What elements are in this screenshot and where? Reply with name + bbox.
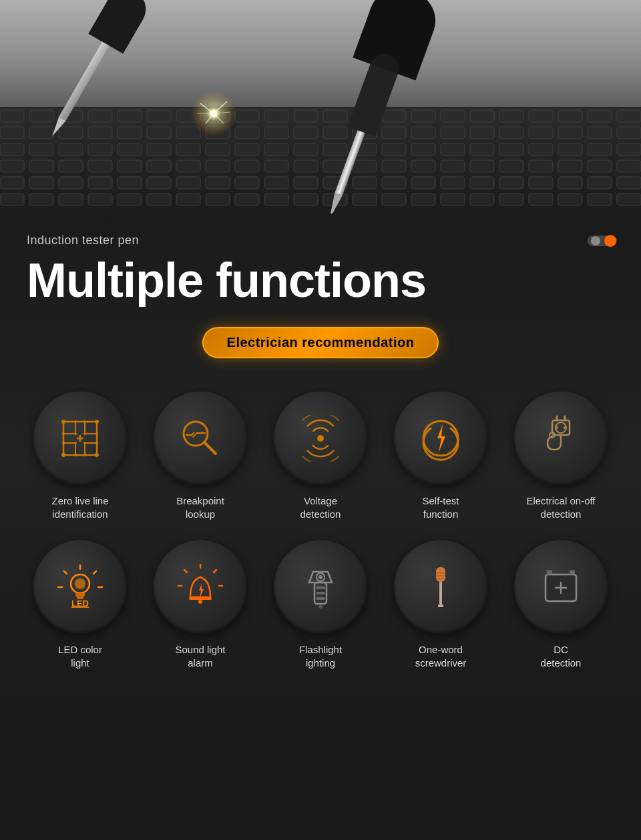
svg-rect-53	[235, 143, 259, 155]
svg-line-179	[204, 442, 216, 454]
svg-rect-74	[206, 160, 230, 172]
svg-rect-223	[438, 604, 443, 607]
svg-rect-131	[588, 193, 612, 205]
svg-rect-75	[235, 160, 259, 172]
flashlight-circle	[274, 540, 367, 634]
svg-rect-42	[558, 127, 582, 139]
svg-rect-87	[588, 160, 612, 172]
svg-rect-60	[441, 143, 465, 155]
svg-point-170	[74, 420, 77, 423]
feature-electrical-onoff: Electrical on-offdetection	[507, 392, 614, 520]
svg-point-193	[564, 426, 566, 429]
svg-rect-81	[411, 160, 435, 172]
svg-rect-52	[206, 143, 230, 155]
svg-rect-120	[264, 193, 288, 205]
svg-rect-31	[235, 127, 259, 139]
svg-rect-130	[558, 193, 582, 205]
zero-live-line-circle	[33, 392, 127, 485]
svg-rect-68	[29, 160, 53, 172]
svg-rect-101	[353, 177, 377, 189]
electrical-onoff-circle	[514, 392, 608, 485]
svg-rect-58	[382, 143, 406, 155]
svg-rect-66	[617, 143, 641, 155]
svg-rect-62	[499, 143, 523, 155]
svg-rect-91	[59, 177, 83, 189]
svg-rect-72	[147, 160, 171, 172]
svg-rect-36	[382, 127, 406, 139]
sound-light-alarm-label: Sound lightalarm	[175, 643, 225, 669]
dc-detection-label: DCdetection	[541, 643, 582, 669]
svg-rect-107	[529, 177, 553, 189]
electrical-onoff-label: Electrical on-offdetection	[526, 494, 595, 520]
voltage-detection-label: Voltagedetection	[300, 494, 341, 520]
svg-rect-76	[264, 160, 288, 172]
svg-rect-27	[118, 127, 142, 139]
svg-rect-25	[59, 127, 83, 139]
svg-rect-129	[529, 193, 553, 205]
svg-rect-126	[441, 193, 465, 205]
svg-rect-111	[0, 193, 24, 205]
main-content: Induction tester pen Multiple functions …	[0, 214, 641, 703]
svg-rect-94	[147, 177, 171, 189]
svg-rect-26	[88, 127, 112, 139]
magnify-break-icon	[177, 415, 224, 462]
svg-rect-12	[323, 110, 347, 122]
svg-rect-236	[547, 571, 552, 574]
feature-self-test: Self-testfunction	[387, 392, 494, 520]
svg-rect-71	[118, 160, 142, 172]
svg-rect-102	[382, 177, 406, 189]
svg-rect-106	[499, 177, 523, 189]
svg-rect-59	[411, 143, 435, 155]
led-color-light-circle: LED	[33, 540, 127, 634]
electrician-badge: Electrician recommendation	[202, 327, 439, 358]
svg-rect-51	[176, 143, 200, 155]
svg-point-151	[190, 90, 237, 137]
svg-rect-64	[558, 143, 582, 155]
svg-rect-40	[499, 127, 523, 139]
svg-rect-85	[529, 160, 553, 172]
self-test-circle	[394, 392, 487, 485]
battery-icon	[538, 564, 584, 610]
svg-rect-14	[382, 110, 406, 122]
svg-rect-82	[441, 160, 465, 172]
led-icon: LED	[57, 564, 103, 610]
toggle-switch[interactable]	[588, 234, 614, 247]
svg-rect-218	[316, 592, 325, 594]
svg-rect-15	[411, 110, 435, 122]
svg-rect-20	[558, 110, 582, 122]
sound-light-alarm-circle	[154, 540, 247, 634]
led-color-light-label: LED colorlight	[58, 643, 102, 669]
svg-rect-77	[294, 160, 318, 172]
feature-flashlight: Flashlightighting	[267, 540, 374, 669]
bolt-circle-icon	[417, 415, 464, 462]
svg-rect-10	[264, 110, 288, 122]
svg-rect-22	[617, 110, 641, 122]
svg-rect-201	[75, 593, 85, 596]
svg-rect-99	[294, 177, 318, 189]
svg-rect-47	[59, 143, 83, 155]
svg-rect-89	[0, 177, 24, 189]
svg-rect-23	[0, 127, 24, 139]
svg-rect-5	[118, 110, 142, 122]
feature-zero-live-line: Zero live lineidentification	[27, 392, 134, 520]
svg-rect-54	[264, 143, 288, 155]
self-test-label: Self-testfunction	[422, 494, 459, 520]
feature-breakpoint-lookup: Breakpointlookup	[147, 392, 254, 520]
svg-rect-4	[88, 110, 112, 122]
svg-rect-73	[176, 160, 200, 172]
svg-rect-219	[316, 597, 325, 600]
svg-rect-104	[441, 177, 465, 189]
svg-rect-83	[470, 160, 494, 172]
svg-rect-108	[558, 177, 582, 189]
svg-rect-46	[29, 143, 53, 155]
breakpoint-lookup-circle	[154, 392, 247, 485]
svg-line-206	[214, 570, 216, 572]
svg-rect-33	[294, 127, 318, 139]
svg-rect-38	[441, 127, 465, 139]
svg-rect-109	[588, 177, 612, 189]
svg-rect-124	[382, 193, 406, 205]
svg-rect-44	[617, 127, 641, 139]
circuit-grid-icon	[57, 415, 103, 462]
svg-point-154	[591, 236, 600, 246]
svg-rect-97	[235, 177, 259, 189]
